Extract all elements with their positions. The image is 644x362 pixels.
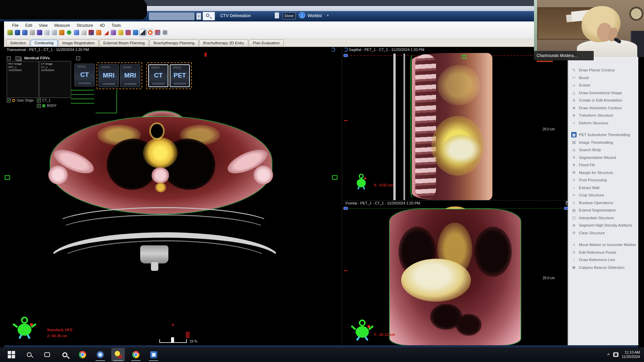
tool-item[interactable]: ◫ Interpolate Structure (572, 214, 638, 222)
back-button[interactable]: ‹ (196, 13, 201, 20)
tool-item[interactable]: ≈ Deform Structure (572, 119, 638, 127)
tool-item[interactable]: ∗ Segmentation Wizard (572, 154, 638, 162)
image-thumbnail[interactable]: CT Image CT_1 11/20/2024 (39, 61, 71, 98)
pencil-icon[interactable] (118, 30, 123, 35)
pointer-alt-icon[interactable] (52, 30, 57, 35)
body-checkbox[interactable] (37, 104, 41, 108)
taskbar-clock[interactable]: 11:10 AM 11/25/2024 (622, 350, 641, 359)
tool-item[interactable]: △ Draw Geometrical Shape (572, 89, 638, 97)
series-checkbox[interactable] (76, 56, 80, 60)
tool-item[interactable]: ⌖ Move Marker or Isocenter Marker (572, 241, 638, 249)
tool-item[interactable]: ⊛ Segment High Density Artifacts (572, 222, 638, 229)
module-tab[interactable]: Brachytherapy Planning (150, 40, 199, 46)
media-icon[interactable] (155, 30, 160, 35)
menu-item[interactable]: Structure (73, 22, 97, 28)
contour-handle-right[interactable] (332, 175, 337, 180)
module-tab[interactable]: Plan Evaluation (249, 40, 284, 46)
undo-icon[interactable] (74, 30, 79, 35)
fov-checkbox[interactable] (7, 56, 11, 60)
person-icon[interactable] (125, 30, 131, 35)
tool-item[interactable]: ◈ Draw Volumetric Contour (572, 104, 638, 112)
menu-item[interactable]: File (9, 22, 22, 28)
series-button[interactable]: CT11/14/2024 (74, 64, 95, 86)
tool-item[interactable]: ✎ Draw Planar Contour (572, 66, 638, 74)
contour-line-handle[interactable] (343, 207, 348, 210)
slice-line-handle[interactable] (343, 54, 348, 57)
menu-item[interactable]: View (36, 22, 51, 28)
menu-item[interactable]: Edit (22, 22, 36, 28)
apply-icon[interactable] (66, 30, 72, 35)
tool-item[interactable]: ∕ Draw Reference Line (572, 256, 638, 264)
tray-app-icon[interactable] (613, 352, 619, 357)
pointer-icon[interactable] (44, 30, 50, 35)
chrome-button[interactable] (76, 348, 89, 361)
series-button[interactable]: MRI11/15/2024 (99, 64, 119, 87)
grid-icon[interactable] (30, 30, 35, 35)
blue-fill-icon[interactable] (133, 30, 138, 35)
series-button[interactable]: PET11/20/2024 (170, 64, 190, 87)
tool-item[interactable]: ✏ Brush (572, 74, 638, 82)
viewport-transversal[interactable]: Transversal - PET_1 - CT_1 - 11/20/2024 … (4, 47, 342, 345)
image-thumbnail[interactable]: PET Image PET_1 11/20/2024 (7, 61, 39, 98)
zoom-slider-thumb[interactable] (171, 337, 174, 343)
tool-item[interactable]: ▨ Image Thresholding (572, 139, 638, 146)
tray-chevron-icon[interactable]: ^ (607, 352, 610, 357)
document-red-icon[interactable] (103, 30, 109, 35)
info-icon[interactable] (162, 30, 168, 35)
tool-item[interactable]: ∪ Boolean Operations (572, 199, 638, 207)
worklist-dropdown[interactable]: Worklist (308, 13, 322, 18)
task-view-button[interactable] (40, 348, 54, 361)
blue-app-button[interactable] (147, 348, 160, 361)
search-field-remnant[interactable] (149, 12, 195, 20)
viewport-sagittal[interactable]: Sagittal - PET_1 - CT_1 - 11/20/2024 1:2… (343, 47, 571, 200)
tool-item[interactable]: ○ Extract Wall (572, 184, 638, 192)
import-icon[interactable] (37, 30, 42, 35)
module-tab[interactable]: Selection (6, 40, 30, 46)
sync-icon[interactable] (331, 48, 335, 52)
chart-icon[interactable] (89, 30, 94, 35)
axial-petct-image[interactable] (50, 117, 272, 214)
eclipse-app-button[interactable] (111, 348, 125, 361)
menu-item[interactable]: 4D (96, 22, 108, 28)
tool-item[interactable]: ⊘ Clear Structure (572, 229, 638, 237)
webcam-video[interactable] (534, 0, 644, 57)
contour-handle[interactable] (462, 55, 466, 59)
new-patient-icon[interactable] (7, 30, 13, 35)
module-tab[interactable]: Brachytherapy 2D Entry (199, 40, 248, 46)
tool-item[interactable]: ≡ Post Processing (572, 176, 638, 184)
wand-icon[interactable] (111, 30, 116, 35)
module-tab[interactable]: Contouring (31, 40, 57, 46)
tool-item[interactable]: ▤ Extend Segmentation (572, 206, 638, 214)
ct-ref-checkbox[interactable] (37, 99, 41, 103)
search-button[interactable] (203, 12, 215, 20)
sync-icon[interactable] (344, 48, 348, 52)
chrome-window-button[interactable] (129, 348, 143, 361)
viewport-frontal[interactable]: Frontal - PET_1 - CT_1 - 11/20/2024 1:20… (343, 200, 571, 345)
target-tool-icon[interactable] (148, 30, 153, 35)
save-icon[interactable] (22, 30, 28, 35)
tool-item[interactable]: ◉ Calypso Beacon Detection (572, 264, 638, 272)
series-button[interactable]: CT11/20/2024 (148, 64, 168, 87)
tool-item[interactable]: ⊙ Edit Reference Points (572, 249, 638, 256)
cursor-tool-icon[interactable] (140, 30, 146, 35)
sagittal-petct-image[interactable] (412, 53, 492, 200)
module-tab[interactable]: Image Registration (58, 40, 99, 46)
tool-item[interactable]: ▱ Eraser (572, 81, 638, 89)
search-button[interactable] (22, 348, 36, 361)
tool-item[interactable]: ✂ Crop Structure (572, 191, 638, 199)
tool-item[interactable]: A Create or Edit Annotation (572, 97, 638, 104)
tool-item[interactable]: ▼ Flood Fill (572, 161, 638, 169)
tool-item[interactable]: ▦ PET Subvolume Thresholding (572, 131, 638, 139)
pen-icon[interactable] (59, 30, 64, 35)
done-button[interactable]: Done (283, 12, 296, 19)
orange-box-icon[interactable] (96, 30, 101, 35)
contour-handle-left[interactable] (5, 175, 10, 180)
tool-item[interactable]: ⊞ Margin for Structure (572, 169, 638, 177)
open-globe-icon[interactable] (15, 30, 20, 35)
menu-item[interactable]: Tools (108, 22, 124, 28)
series-button[interactable]: MRI11/15/2024 (120, 64, 140, 87)
frontal-petct-image[interactable] (390, 209, 521, 345)
user-origin-checkbox[interactable] (7, 99, 11, 103)
menu-item[interactable]: Measure (51, 22, 73, 28)
tool-item[interactable]: ◎ Search Body (572, 146, 638, 154)
